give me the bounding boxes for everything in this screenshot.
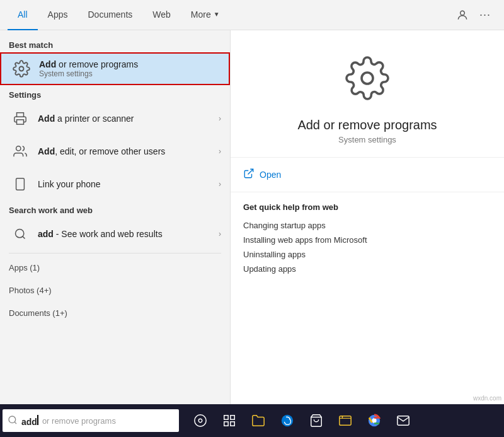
printer-text: Add a printer or scanner [38, 114, 214, 124]
svg-point-14 [198, 419, 202, 422]
right-help: Get quick help from web Changing startup… [231, 192, 504, 286]
taskbar-search[interactable]: add or remove programs [3, 409, 179, 432]
users-icon [9, 140, 32, 163]
svg-point-11 [9, 416, 16, 423]
right-header: Add or remove programs System settings [231, 30, 504, 158]
best-match-item[interactable]: Add or remove programs System settings [0, 52, 230, 85]
apps-category[interactable]: Apps (1) [0, 256, 230, 279]
right-actions: Open [231, 158, 504, 192]
right-panel: Add or remove programs System settings O… [230, 30, 504, 404]
users-title: Add, edit, or remove other users [38, 146, 214, 156]
svg-rect-16 [231, 416, 234, 419]
task-view-icon[interactable] [186, 404, 214, 437]
help-link-1[interactable]: Changing startup apps [243, 218, 491, 233]
svg-rect-18 [231, 422, 234, 426]
main-content: Best match Add or remove programs System… [0, 30, 504, 404]
best-match-text: Add or remove programs System settings [39, 59, 220, 78]
search-web-label: Search work and web [0, 201, 230, 218]
open-button[interactable]: Open [243, 165, 491, 184]
photos-category[interactable]: Photos (4+) [0, 279, 230, 301]
gear-icon [10, 57, 33, 80]
best-match-subtitle: System settings [39, 69, 220, 78]
search-web-icon [9, 223, 32, 245]
search-web-text: add - See work and web results [38, 229, 214, 239]
best-match-title: Add or remove programs [39, 59, 220, 69]
svg-line-8 [23, 236, 25, 239]
users-item[interactable]: Add, edit, or remove other users › [0, 135, 230, 168]
svg-point-0 [461, 11, 465, 15]
printer-icon [9, 107, 32, 130]
users-text: Add, edit, or remove other users [38, 146, 214, 156]
svg-rect-21 [340, 416, 351, 426]
tab-more[interactable]: More ▼ [181, 0, 230, 30]
widgets-icon[interactable] [215, 404, 243, 437]
help-link-4[interactable]: Updating apps [243, 262, 491, 276]
divider [9, 253, 221, 253]
chevron-right-icon: › [219, 114, 221, 123]
svg-point-9 [362, 73, 373, 84]
chevron-right-icon4: › [219, 230, 221, 238]
documents-label: Documents (1+) [9, 308, 221, 318]
printer-item[interactable]: Add a printer or scanner › [0, 102, 230, 135]
help-link-2[interactable]: Installing web apps from Microsoft [243, 233, 491, 247]
best-match-label: Best match [0, 35, 230, 52]
file-manager-icon[interactable] [331, 404, 359, 437]
mail-icon[interactable] [389, 404, 417, 437]
tab-all[interactable]: All [8, 0, 38, 30]
chevron-down-icon: ▼ [214, 11, 220, 18]
apps-label: Apps (1) [9, 263, 221, 272]
printer-title: Add a printer or scanner [38, 114, 214, 124]
phone-item[interactable]: Link your phone › [0, 168, 230, 201]
phone-text: Link your phone [38, 179, 214, 189]
chrome-icon[interactable] [360, 404, 388, 437]
svg-rect-5 [16, 178, 25, 190]
svg-line-12 [14, 422, 16, 424]
svg-line-10 [248, 169, 253, 174]
tab-web[interactable]: Web [142, 0, 181, 30]
phone-icon [9, 173, 32, 195]
photos-label: Photos (4+) [9, 286, 221, 295]
edge-icon[interactable] [273, 404, 301, 437]
svg-point-1 [20, 67, 24, 71]
search-icon [8, 415, 18, 427]
svg-rect-15 [224, 416, 228, 419]
svg-point-4 [16, 146, 21, 151]
svg-point-7 [16, 230, 24, 238]
settings-label: Settings [0, 85, 230, 102]
svg-rect-17 [224, 422, 228, 426]
taskbar: add or remove programs [0, 404, 504, 437]
svg-rect-2 [17, 120, 24, 124]
documents-category[interactable]: Documents (1+) [0, 301, 230, 324]
right-title: Add or remove programs [297, 118, 437, 132]
tab-documents[interactable]: Documents [77, 0, 142, 30]
more-options-icon[interactable]: ··· [474, 4, 496, 26]
file-explorer-icon[interactable] [244, 404, 272, 437]
tab-apps[interactable]: Apps [38, 0, 78, 30]
svg-point-13 [195, 415, 206, 426]
top-nav: All Apps Documents Web More ▼ ··· [0, 0, 504, 30]
taskbar-icons [186, 404, 417, 437]
person-icon[interactable] [451, 4, 474, 26]
right-gear-icon [345, 55, 390, 110]
search-query: add [21, 415, 38, 427]
search-placeholder: or remove programs [42, 416, 116, 426]
help-title: Get quick help from web [243, 202, 491, 212]
open-icon [243, 168, 255, 182]
phone-title: Link your phone [38, 179, 214, 189]
help-link-3[interactable]: Uninstalling apps [243, 247, 491, 262]
open-label: Open [260, 170, 281, 180]
search-web-title: add - See work and web results [38, 229, 214, 239]
right-subtitle: System settings [338, 135, 396, 144]
chevron-right-icon3: › [219, 180, 221, 189]
watermark: wxdn.com [473, 395, 501, 402]
chevron-right-icon2: › [219, 147, 221, 156]
left-panel: Best match Add or remove programs System… [0, 30, 230, 404]
search-web-item[interactable]: add - See work and web results › [0, 218, 230, 250]
store-icon[interactable] [302, 404, 330, 437]
